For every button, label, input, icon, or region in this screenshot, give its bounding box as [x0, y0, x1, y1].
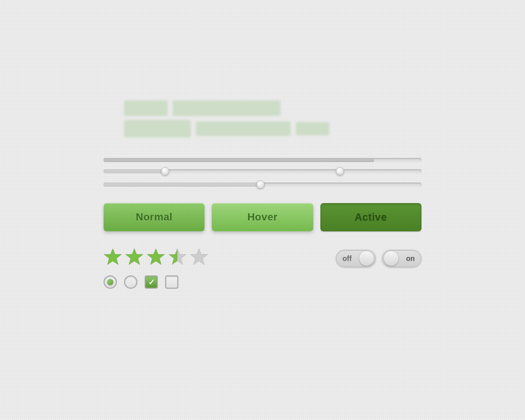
right-controls: off on [336, 250, 421, 267]
svg-marker-3 [169, 249, 186, 265]
svg-marker-2 [147, 249, 165, 265]
star-1[interactable] [104, 248, 122, 266]
normal-button[interactable]: Normal [104, 203, 205, 231]
form-controls-row [104, 275, 208, 289]
controls-section: off on [104, 248, 421, 289]
star-5-empty[interactable] [190, 248, 208, 266]
slider-thumb-2a[interactable] [161, 167, 169, 175]
star-3[interactable] [147, 248, 165, 266]
star-2[interactable] [125, 248, 144, 266]
toggle-off[interactable]: off [336, 250, 376, 267]
logo-row-2 [124, 120, 421, 137]
active-button[interactable]: Active [320, 203, 421, 231]
slider-track-2 [104, 169, 421, 173]
toggle-knob-off [359, 251, 374, 266]
logo-row-1 [124, 101, 421, 116]
radio-inner [107, 279, 113, 285]
ui-kit: Normal Hover Active [104, 101, 421, 289]
buttons-section: Normal Hover Active [104, 203, 421, 231]
svg-marker-4 [190, 249, 208, 265]
svg-marker-0 [104, 249, 122, 265]
slider-3[interactable] [104, 181, 421, 189]
toggle-knob-on [384, 251, 398, 266]
slider-track-1 [104, 158, 421, 162]
slider-1[interactable] [104, 158, 421, 162]
logo-block [124, 120, 191, 137]
toggle-off-label: off [336, 254, 358, 263]
sliders-section [104, 158, 421, 189]
stars-row [104, 248, 208, 266]
logo-block [296, 122, 329, 135]
radio-checked[interactable] [104, 275, 117, 289]
checkbox-unchecked[interactable] [165, 275, 178, 289]
slider-thumb-3[interactable] [256, 181, 265, 189]
checkbox-checked[interactable] [145, 275, 158, 289]
logo-block [173, 101, 280, 116]
slider-2[interactable] [104, 167, 421, 175]
slider-fill-2 [104, 169, 167, 173]
slider-thumb-2b[interactable] [336, 167, 344, 175]
logo-block [196, 122, 291, 136]
slider-fill-1 [104, 158, 374, 162]
toggle-on[interactable]: on [382, 250, 421, 267]
svg-marker-1 [126, 249, 143, 265]
star-4-half[interactable] [168, 248, 187, 266]
toggle-on-label: on [400, 254, 421, 263]
logo-block [124, 101, 168, 116]
left-controls [104, 248, 208, 289]
hover-button[interactable]: Hover [212, 203, 313, 231]
radio-unchecked[interactable] [124, 275, 137, 289]
slider-fill-3 [104, 183, 262, 187]
logo-area [124, 101, 421, 137]
